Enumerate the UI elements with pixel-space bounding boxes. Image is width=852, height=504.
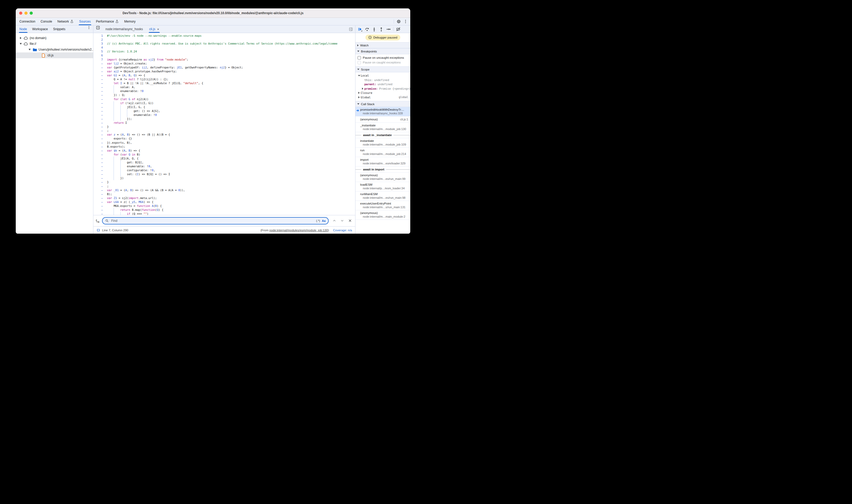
tree-item-no-domain[interactable]: (no domain) [16, 35, 93, 41]
tree-item-users-jinhuilee-nvm-versions-node-v2[interactable]: Users/jinhuilee/.nvm/versions/node/v2… [16, 47, 93, 52]
minimize-window-button[interactable] [24, 12, 28, 15]
call-stack-frame-loadesm[interactable]: loadESMnode:internal/p…/esm_loader:34 [355, 182, 410, 192]
tab-performance[interactable]: Performance [93, 18, 122, 25]
gutter-line-number[interactable]: – [93, 73, 107, 77]
source-code-viewer[interactable]: 1#!/usr/bin/env -S node --no-warnings --… [93, 33, 355, 215]
scope-group-global[interactable]: Globalglobal [355, 95, 410, 100]
gutter-line-number[interactable]: – [93, 176, 107, 180]
gutter-line-number[interactable]: – [93, 157, 107, 161]
gutter-line-number[interactable]: – [93, 77, 107, 81]
pretty-print-icon[interactable]: {} [96, 229, 100, 232]
gutter-line-number[interactable]: – [93, 152, 107, 157]
gutter-line-number[interactable]: – [93, 105, 107, 109]
gutter-line-number[interactable]: – [93, 212, 107, 215]
regex-toggle[interactable]: (.*) [316, 219, 320, 222]
gutter-line-number[interactable]: – [93, 145, 107, 149]
call-stack-section-header[interactable]: Call Stack [355, 101, 410, 107]
gutter-line-number[interactable]: – [93, 113, 107, 117]
scope-group-closure[interactable]: Closure [355, 91, 410, 95]
scope-group-local[interactable]: Local [355, 73, 410, 78]
gutter-line-number[interactable]: – [93, 66, 107, 70]
gutter-line-number[interactable]: – [93, 121, 107, 125]
gutter-line-number[interactable]: – [93, 208, 107, 212]
gutter-line-number[interactable]: – [93, 180, 107, 184]
gutter-line-number[interactable]: – [93, 93, 107, 97]
call-stack-frame-anonymous[interactable]: (anonymous)node:internal/m…es/run_main:9… [355, 173, 410, 182]
call-stack-frame-executeuserentrypoint[interactable]: executeUserEntryPointnode:internal/m…s/r… [355, 201, 410, 210]
gutter-line-number[interactable]: – [93, 149, 107, 152]
gutter-line-number[interactable]: – [93, 168, 107, 172]
zoom-window-button[interactable] [30, 12, 33, 15]
gutter-line-number[interactable]: – [93, 125, 107, 129]
tab-console[interactable]: Console [38, 18, 55, 25]
gutter-line-number[interactable]: – [93, 97, 107, 101]
call-stack-frame-anonymous[interactable]: (anonymous)cli.js:1 [355, 116, 410, 123]
deactivate-breakpoints-button[interactable] [395, 25, 402, 33]
titlebar[interactable]: DevTools - Node.js: file:///Users/jinhui… [16, 8, 410, 18]
gutter-line-number[interactable]: – [93, 137, 107, 141]
call-stack-frame-run[interactable]: runnode:internal/m…module_job:214 [355, 148, 410, 157]
gutter-line-number[interactable]: – [93, 129, 107, 133]
breakpoint-option-pause-on-uncaught-exceptions[interactable]: Pause on uncaught exceptions [355, 55, 410, 60]
call-stack-frame-import[interactable]: importnode:internal/m…esm/loader:329 [355, 157, 410, 166]
scope-entry-this[interactable]: this:undefined [355, 78, 410, 82]
kebab-menu-icon[interactable] [404, 19, 408, 23]
tab-sources[interactable]: Sources [76, 18, 93, 25]
gutter-line-number[interactable]: – [93, 109, 107, 113]
gutter-line-number[interactable]: – [93, 204, 107, 208]
gutter-line-number[interactable]: – [93, 172, 107, 176]
gutter-line-number[interactable]: – [93, 164, 107, 168]
tab-network[interactable]: Network [55, 18, 76, 25]
gutter-line-number[interactable]: – [93, 89, 107, 93]
sourcemap-link[interactable]: node:internal/modules/esm/module_job:130 [269, 229, 328, 232]
gutter-line-number[interactable]: – [93, 188, 107, 192]
watch-section-header[interactable]: Watch [355, 42, 410, 48]
close-window-button[interactable] [19, 12, 22, 15]
tab-connection[interactable]: Connection [17, 18, 38, 25]
step-out-button[interactable] [378, 25, 385, 33]
gutter-line-number[interactable]: – [93, 200, 107, 204]
chevron-down-icon[interactable] [28, 49, 32, 50]
gutter-line-number[interactable]: – [93, 141, 107, 145]
close-find-icon[interactable] [348, 219, 352, 223]
call-stack-frame-promiseinithookwithdestroytr[interactable]: promiseInitHookWithDestroyTr…node:intern… [355, 107, 410, 116]
chevron-up-icon[interactable] [333, 219, 336, 223]
gutter-line-number[interactable]: – [93, 70, 107, 73]
scope-entry-promise[interactable]: promise:Promise {<pending>} [355, 87, 410, 91]
gutter-line-number[interactable]: 5 [93, 50, 107, 54]
gutter-line-number[interactable]: 7 [93, 58, 107, 61]
gutter-line-number[interactable]: – [93, 196, 107, 200]
gutter-line-number[interactable]: 4 [93, 46, 107, 50]
call-stack-frame-anonymous[interactable]: (anonymous)node:internal/m…main_module:2 [355, 210, 410, 220]
gutter-line-number[interactable]: 3 [93, 42, 107, 46]
chevron-down-icon[interactable] [340, 219, 344, 223]
step-into-button[interactable] [371, 25, 378, 33]
close-tab-icon[interactable]: × [157, 28, 159, 31]
chevron-right-icon[interactable] [361, 88, 365, 90]
navigator-tab-node[interactable]: Node [17, 25, 30, 33]
gutter-line-number[interactable]: – [93, 161, 107, 164]
resume-button[interactable] [356, 25, 363, 33]
match-case-toggle[interactable]: Aa [322, 219, 325, 222]
gutter-line-number[interactable]: 6 [93, 54, 107, 57]
scope-entry-parent[interactable]: parent:undefined [355, 82, 410, 87]
chevron-right-icon[interactable] [19, 37, 22, 39]
gutter-line-number[interactable]: – [93, 101, 107, 105]
gutter-line-number[interactable]: – [93, 184, 107, 188]
gutter-line-number[interactable]: – [93, 81, 107, 85]
chevron-down-icon[interactable] [19, 43, 22, 44]
gutter-line-number[interactable]: – [93, 192, 107, 196]
step-button[interactable] [385, 25, 392, 33]
tree-item-file[interactable]: file:// [16, 41, 93, 47]
tree-item-cli-js[interactable]: cli.js [16, 52, 93, 58]
gutter-line-number[interactable]: – [93, 133, 107, 137]
scope-section-header[interactable]: Scope [355, 66, 410, 72]
call-stack-frame-instantiate[interactable]: instantiatenode:internal/m…module_job:10… [355, 138, 410, 148]
replace-toggle-icon[interactable]: A B [95, 219, 100, 223]
find-input[interactable] [111, 219, 314, 223]
tab-memory[interactable]: Memory [122, 18, 138, 25]
gutter-line-number[interactable]: – [93, 117, 107, 121]
checkbox-icon[interactable] [357, 56, 361, 59]
coverage-link[interactable]: Coverage: n/a [333, 229, 352, 232]
collapse-navigator-icon[interactable] [93, 25, 102, 30]
